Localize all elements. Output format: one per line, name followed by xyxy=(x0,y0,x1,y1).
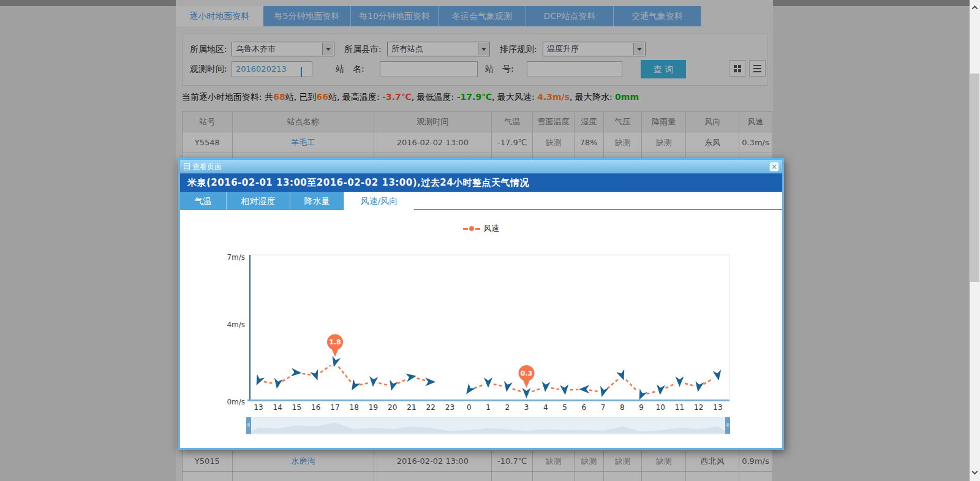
wind-direction-arrow-marker[interactable] xyxy=(541,381,550,392)
wind-speed-line-segment xyxy=(532,389,540,392)
wind-speed-line-segment xyxy=(320,365,331,373)
wind-direction-arrow-marker[interactable] xyxy=(676,376,684,387)
x-tick-label: 1 xyxy=(486,403,491,412)
wind-direction-arrow-marker[interactable] xyxy=(273,378,283,390)
legend-item-windspeed[interactable]: 风速 xyxy=(463,223,500,234)
wind-speed-line-segment xyxy=(607,379,618,388)
wind-speed-line-segment xyxy=(685,384,693,386)
wind-speed-line-segment xyxy=(551,388,559,389)
browser-scrollbar[interactable] xyxy=(970,0,980,481)
y-tick-label: 7m/s xyxy=(227,253,245,262)
y-tick-label: 4m/s xyxy=(227,320,245,329)
wind-speed-line-segment xyxy=(513,389,521,392)
y-tick-label: 0m/s xyxy=(227,398,245,406)
wind-direction-arrow-marker[interactable] xyxy=(693,381,704,393)
wind-speed-line-segment xyxy=(494,384,502,386)
wind-direction-arrow-marker[interactable] xyxy=(560,384,569,395)
x-tick-label: 0 xyxy=(467,403,472,412)
x-tick-label: 11 xyxy=(675,403,684,412)
wind-direction-arrow-marker[interactable] xyxy=(462,383,475,396)
close-icon[interactable]: × xyxy=(769,162,779,172)
wind-direction-arrow-marker[interactable] xyxy=(252,374,265,387)
wind-speed-line-segment xyxy=(398,379,407,384)
x-tick-label: 5 xyxy=(562,403,567,412)
x-tick-label: 2 xyxy=(505,403,510,412)
wind-speed-line-segment xyxy=(282,376,292,381)
x-tick-label: 13 xyxy=(713,403,722,412)
wind-speed-line-segment xyxy=(474,385,483,388)
wind-speed-line-segment xyxy=(339,366,351,382)
x-tick-label: 22 xyxy=(426,403,435,412)
x-tick-label: 19 xyxy=(369,403,378,412)
view-dialog: 查看页面 × 米泉(2016-02-01 13:00至2016-02-02 13… xyxy=(178,158,784,450)
legend-line-icon xyxy=(463,228,468,230)
wind-speed-line-segment xyxy=(626,380,638,392)
dialog-tab[interactable]: 降水量 xyxy=(290,192,344,210)
x-tick-label: 14 xyxy=(273,403,282,412)
wind-direction-arrow-marker[interactable] xyxy=(369,376,378,387)
wind-direction-arrow-marker[interactable] xyxy=(656,384,665,395)
x-tick-label: 16 xyxy=(311,403,320,412)
wind-speed-line-segment xyxy=(417,378,426,381)
dialog-titlebar[interactable]: 查看页面 × xyxy=(180,160,782,173)
x-tick-label: 23 xyxy=(445,403,454,412)
dialog-tab-bar: 气温相对湿度降水量风速/风向 xyxy=(180,192,782,210)
document-icon xyxy=(184,163,190,170)
x-tick-label: 21 xyxy=(407,403,416,412)
wind-speed-chart: 0m/s4m/s7m/s1314151617181920212223012345… xyxy=(180,247,782,437)
wind-speed-line-segment xyxy=(264,382,272,383)
x-tick-label: 10 xyxy=(656,403,665,412)
x-tick-label: 6 xyxy=(581,403,586,412)
x-tick-label: 20 xyxy=(388,403,397,412)
balloon-value: 0.3 xyxy=(521,369,533,377)
wind-direction-arrow-marker[interactable] xyxy=(291,368,302,377)
wind-speed-line-segment xyxy=(302,374,310,375)
dialog-tab[interactable]: 气温 xyxy=(180,192,227,210)
wind-direction-arrow-marker[interactable] xyxy=(310,369,322,382)
chart-legend: 风速 xyxy=(180,210,782,247)
legend-line-icon xyxy=(475,228,480,230)
dialog-tab[interactable]: 相对湿度 xyxy=(227,192,290,210)
wind-direction-arrow-marker[interactable] xyxy=(522,388,531,398)
legend-label: 风速 xyxy=(484,223,500,234)
x-tick-label: 15 xyxy=(292,403,301,412)
legend-dot-icon xyxy=(469,226,474,231)
wind-direction-arrow-marker[interactable] xyxy=(598,386,609,398)
wind-direction-arrow-marker[interactable] xyxy=(387,380,398,392)
wind-speed-line-segment xyxy=(647,392,655,394)
x-tick-label: 4 xyxy=(543,403,548,412)
x-tick-label: 18 xyxy=(350,403,359,412)
x-tick-label: 12 xyxy=(694,403,703,412)
wind-direction-arrow-marker[interactable] xyxy=(579,385,589,393)
wind-direction-arrow-marker[interactable] xyxy=(502,381,513,393)
wind-speed-line-segment xyxy=(570,390,578,390)
wind-direction-arrow-marker[interactable] xyxy=(405,372,417,382)
wind-speed-line-segment xyxy=(666,384,675,388)
scrollbar-thumb[interactable] xyxy=(970,74,979,282)
balloon-value: 1.8 xyxy=(329,338,341,346)
dialog-title: 查看页面 xyxy=(192,162,222,171)
x-tick-label: 13 xyxy=(254,403,263,412)
scroll-up-icon[interactable] xyxy=(970,2,980,13)
scroll-down-icon[interactable] xyxy=(970,468,980,479)
x-tick-label: 17 xyxy=(330,403,339,412)
wind-speed-line-segment xyxy=(703,379,713,384)
wind-direction-arrow-marker[interactable] xyxy=(425,377,435,386)
wind-speed-line-segment xyxy=(360,383,368,385)
x-tick-label: 3 xyxy=(524,403,529,412)
wind-direction-arrow-marker[interactable] xyxy=(484,377,492,388)
wind-direction-arrow-marker[interactable] xyxy=(713,369,723,381)
dialog-header-title: 米泉(2016-02-01 13:00至2016-02-02 13:00),过去… xyxy=(180,173,782,192)
x-tick-label: 7 xyxy=(601,403,606,412)
x-tick-label: 9 xyxy=(639,403,644,412)
dialog-tab[interactable]: 风速/风向 xyxy=(344,192,414,210)
wind-speed-line-segment xyxy=(589,390,597,392)
x-tick-label: 8 xyxy=(620,403,625,412)
wind-speed-line-segment xyxy=(379,383,387,385)
